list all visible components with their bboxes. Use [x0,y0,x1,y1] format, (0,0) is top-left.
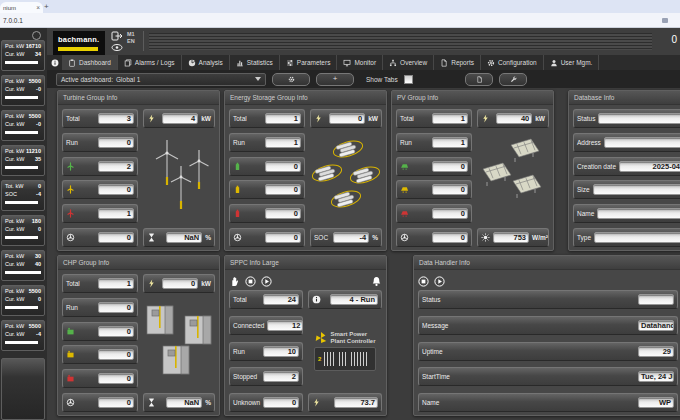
row-value: Datahandler Waiting f [638,320,674,331]
pv-yellow-icon [400,185,409,194]
stat-value: 12 [267,320,303,331]
dh-row-name: NameWP [418,393,678,412]
stat-value: 0 [98,326,134,337]
stat-value: 1 [98,278,134,289]
tab-configuration[interactable]: Configuration [481,55,544,70]
sidebar-tile-empty [1,358,45,420]
tools-button[interactable] [499,73,527,86]
stat-value: 0 [263,397,299,408]
stat-value: 0 [432,208,468,219]
target-label: M1 [127,31,135,38]
info-button[interactable] [47,55,62,70]
state-value: 4 - Run [330,294,378,305]
stat-value: 10 [263,346,299,357]
browser-url-bar[interactable]: 7.0.0.1 [0,13,680,28]
stat-label: Run [66,304,78,311]
tab-label: Parameters [297,59,331,66]
tile-label: Pot. kW [5,218,24,226]
play-button-icon[interactable] [261,276,272,287]
tab-monitor[interactable]: Monitor [337,55,383,70]
tab-dashboard[interactable]: Dashboard [62,55,118,70]
power-value: 73.7 [334,397,378,408]
tile-progress-bar [5,96,38,99]
tile-value: 40 [35,261,41,269]
stop-button-icon[interactable] [418,276,429,287]
battery-yellow-icon [233,185,242,194]
tile-progress-bar [5,306,38,309]
tab-close-icon[interactable]: × [36,5,40,11]
tile-value: 30 [35,253,41,261]
document-icon [476,76,483,83]
export-button[interactable] [465,73,493,86]
dashboard-settings-button[interactable] [272,73,310,86]
bolt-icon [147,279,156,288]
tile-value: 5500 [29,78,41,86]
logout-icon[interactable] [111,31,123,41]
stat-error: 0 [396,204,472,223]
tab-user-mgm[interactable]: User Mgm. [544,55,600,70]
stat-value: 0 [432,184,468,195]
gauge-icon [400,233,409,242]
panel-title: Turbine Group Info [58,91,219,105]
sppc-info-panel: SPPC Info Large Total24 Connected12 Run1… [224,255,387,416]
stat-ok: 0 [62,322,138,341]
main-nav: Dashboard Alarms / Logs Analysis Statist… [47,55,680,70]
rack-module [351,352,367,366]
stat-value: 3 [98,113,134,124]
tile-value: 5500 [29,288,41,296]
stat-total: Total1 [62,274,138,293]
irradiance-unit: W/m² [532,234,548,241]
info-icon [51,59,59,67]
row-label: Creation date [577,163,616,170]
tab-overview[interactable]: Overview [383,55,434,70]
stat-label: Run [233,139,245,146]
storage-group-panel: Energy Storage Group Info Total1 Run1 0 … [224,90,387,251]
soc-value: -4 [333,232,369,243]
chp-units-illustration [143,295,215,391]
show-tabs-checkbox[interactable] [404,75,413,84]
stat-label: Total [233,296,247,303]
stat-total: Total1 [396,109,472,128]
active-dashboard-value: Global 1 [116,76,140,83]
tile-label: Pot. kW [5,253,24,261]
row-value [593,184,680,195]
manual-hand-icon[interactable] [229,276,240,287]
stat-value: 0 [98,232,134,243]
turbine-green-icon [66,162,75,171]
row-value [604,137,680,148]
sidebar-settings-icon[interactable] [32,31,41,40]
tile-label: Pot. kW [5,113,24,121]
stat-label: Run [400,139,412,146]
user-icon [550,59,558,67]
tab-reports[interactable]: Reports [434,55,481,70]
browser-profile-icon[interactable] [662,18,668,23]
power-unit: kW [201,115,211,122]
browser-tab[interactable]: nium × [0,2,43,13]
power-tile: 0kW [310,109,382,128]
stat-value: 0 [98,397,134,408]
active-dashboard-select[interactable]: Active dashboard: Global 1 [56,73,266,86]
stat-value: 1 [432,113,468,124]
stat-value: 0 [98,349,134,360]
tab-alarms-logs[interactable]: Alarms / Logs [118,55,182,70]
tab-parameters[interactable]: Parameters [280,55,338,70]
stop-button-icon[interactable] [245,276,256,287]
dh-row-message: MessageDatahandler Waiting f [418,316,678,335]
bell-icon[interactable] [371,276,382,287]
tile-value: 5500 [29,323,41,331]
view-icon[interactable] [111,43,123,52]
availability-tile: NaN% [143,228,215,247]
new-tab-button[interactable]: + [44,2,49,11]
tile-progress-bar [5,341,38,344]
stat-value: 1 [98,208,134,219]
add-dashboard-button[interactable]: + [316,73,354,86]
bolt-icon [481,114,490,123]
row-label: Uptime [422,348,478,355]
analysis-icon [188,59,196,67]
tab-analysis[interactable]: Analysis [182,55,230,70]
plus-icon: + [333,75,338,83]
tab-statistics[interactable]: Statistics [230,55,280,70]
play-button-icon[interactable] [434,276,445,287]
sidebar-tile: Tot. kW0 SOC-4 [1,180,45,211]
stat-manual: 0 [229,228,305,247]
